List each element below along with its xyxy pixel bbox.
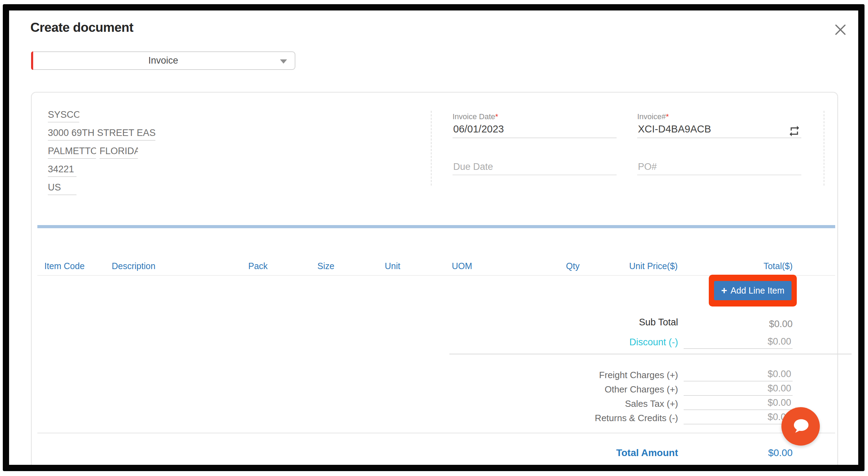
freight-charges-label: Freight Charges (+) [531,370,678,381]
dashed-separator-left [431,111,432,186]
total-amount-label: Total Amount [531,447,678,459]
totals-divider [449,354,852,354]
dashed-separator-right [824,111,824,186]
column-header-size: Size [317,261,334,271]
vendor-city-field[interactable] [48,145,96,159]
column-header-unit: Unit [385,261,400,271]
discount-field[interactable] [684,336,793,349]
sales-tax-label: Sales Tax (+) [531,398,678,409]
po-number-field[interactable] [637,161,801,175]
column-header-uom: UOM [452,261,472,271]
chevron-down-icon [280,59,287,64]
required-asterisk: * [666,112,669,121]
column-header-pack: Pack [248,261,268,271]
total-amount-value: $0.00 [684,447,793,459]
grand-total-divider [37,433,835,433]
column-header-total: Total($) [758,261,793,271]
column-header-item-code: Item Code [44,261,84,271]
add-line-item-label: Add Line Item [730,286,784,296]
returns-credits-label: Returns & Credits (-) [531,413,678,424]
close-icon [833,23,847,37]
regenerate-icon [788,125,801,137]
page-title: Create document [30,20,133,35]
chat-widget-button[interactable] [781,407,820,446]
discount-label[interactable]: Discount (-) [531,337,678,348]
close-button[interactable] [832,21,849,38]
vendor-name-field[interactable] [48,109,79,122]
vendor-street-field[interactable] [48,127,155,140]
returns-credits-field[interactable] [684,412,793,424]
column-header-qty: Qty [566,261,580,271]
chat-bubble-icon [789,415,812,438]
freight-charges-field[interactable] [684,369,793,381]
required-asterisk: * [495,112,498,121]
document-type-select[interactable]: Invoice [31,51,295,70]
sales-tax-field[interactable] [684,397,793,410]
sub-total-label: Sub Total [531,317,678,328]
invoice-number-field[interactable] [637,123,801,138]
vendor-zip-field[interactable] [48,164,76,177]
invoice-number-label-text: Invoice# [637,112,666,121]
column-header-description: Description [112,261,155,271]
sub-total-value: $0.00 [684,319,793,330]
invoice-date-label: Invoice Date* [453,112,498,121]
regenerate-invoice-number-button[interactable] [788,125,801,137]
other-charges-label: Other Charges (+) [531,384,678,395]
due-date-field[interactable] [453,161,617,175]
section-divider-blue [37,225,835,228]
plus-icon: + [721,286,727,296]
invoice-date-label-text: Invoice Date [453,112,495,121]
vendor-country-field[interactable] [48,182,76,195]
vendor-state-field[interactable] [100,145,138,159]
document-type-value: Invoice [32,52,295,69]
add-line-item-button[interactable]: + Add Line Item [714,281,792,300]
invoice-number-label: Invoice#* [637,112,669,121]
other-charges-field[interactable] [684,383,793,396]
invoice-date-field[interactable] [453,123,617,138]
invoice-form-card: Invoice Date* Invoice#* Item Code Descri… [31,92,838,470]
column-header-unit-price: Unit Price($) [629,261,678,271]
